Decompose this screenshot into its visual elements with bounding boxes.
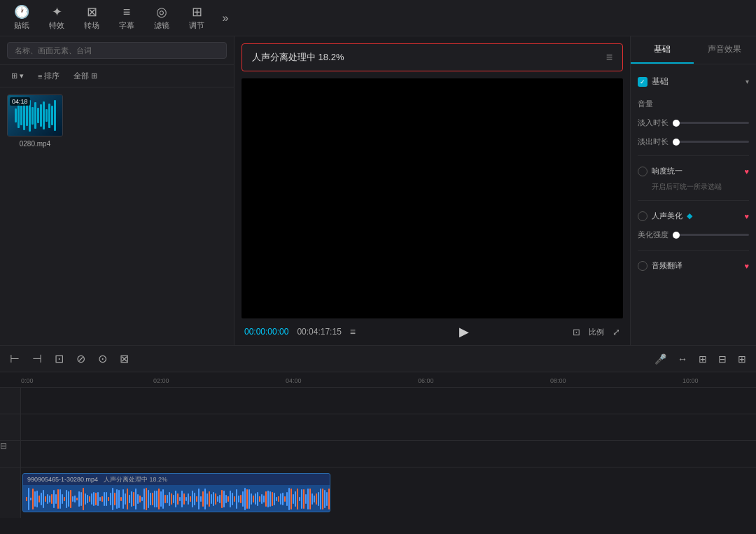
wave-bar xyxy=(158,489,160,509)
beauty-strength-slider[interactable] xyxy=(673,234,749,236)
wave-bar xyxy=(303,489,304,509)
search-input[interactable] xyxy=(7,42,227,59)
wave-bar xyxy=(108,497,109,501)
link-icon[interactable]: ↔ xyxy=(675,352,690,366)
wave-bar xyxy=(116,489,118,508)
subtitles-label: 字幕 xyxy=(119,20,134,31)
wave-bar xyxy=(316,493,317,505)
collapse-icon[interactable]: ⊟ xyxy=(0,441,7,451)
wave-bar xyxy=(26,105,28,126)
wave-bar xyxy=(200,496,202,503)
wave-bar xyxy=(230,491,231,507)
crop-tool[interactable]: ⊘ xyxy=(74,351,88,367)
wave-bar xyxy=(276,497,277,500)
audio-clip[interactable]: 990905465-1-30280.mp4 人声分离处理中 18.2% // G… xyxy=(22,473,330,512)
wave-bar xyxy=(68,491,69,507)
zoom-in-icon[interactable]: ⊞ xyxy=(696,352,710,366)
loudness-norm-desc: 开启后可统一所录选端 xyxy=(638,182,749,196)
wave-bar xyxy=(284,496,286,502)
wave-bar xyxy=(110,493,111,505)
wave-bar xyxy=(307,489,309,510)
wave-bar xyxy=(312,493,313,505)
effects-label: 特效 xyxy=(49,20,64,31)
cut-tool[interactable]: ⊣ xyxy=(29,351,45,367)
nav-more-button[interactable]: » xyxy=(216,8,235,28)
play-button[interactable]: ▶ xyxy=(459,324,469,339)
filter-all-button[interactable]: 全部 ⊞ xyxy=(69,69,102,83)
nav-item-filters[interactable]: ◎ 滤镜 xyxy=(146,3,178,34)
tab-sound-effects[interactable]: 声音效果 xyxy=(694,36,757,64)
tab-basic[interactable]: 基础 xyxy=(631,36,694,64)
fullscreen-icon[interactable]: ⤢ xyxy=(612,327,620,337)
voice-beautify-toggle[interactable] xyxy=(638,211,648,221)
loudness-norm-label: 响度统一 xyxy=(652,166,682,176)
fade-in-slider[interactable] xyxy=(673,122,749,124)
ruler-mark-0: 0:00 xyxy=(21,377,34,384)
sort-button[interactable]: ≡ 排序 xyxy=(34,69,64,83)
timeline-grid-button[interactable]: ≡ xyxy=(350,326,356,337)
wave-bar xyxy=(192,491,193,507)
adjust-label: 调节 xyxy=(189,20,204,31)
nav-item-subtitles[interactable]: ≡ 字幕 xyxy=(111,3,143,34)
wave-bar xyxy=(139,496,141,503)
volume-row: 音量 xyxy=(638,94,749,113)
wave-bar xyxy=(282,493,284,505)
split-tool[interactable]: ⊢ xyxy=(7,351,22,367)
wave-bar xyxy=(93,492,94,507)
capture-icon[interactable]: ⊡ xyxy=(573,327,580,337)
wave-bar xyxy=(129,495,130,503)
wave-bar xyxy=(211,494,212,505)
fade-in-thumb xyxy=(673,120,680,127)
section-divider xyxy=(638,155,749,156)
basic-check[interactable]: ✓ xyxy=(638,77,648,87)
main-body: ⊞ ▾ ≡ 排序 全部 ⊞ xyxy=(0,36,756,345)
fit-icon[interactable]: ⊞ xyxy=(735,352,749,366)
total-time: 00:04:17:15 xyxy=(297,327,341,337)
wave-bar xyxy=(54,100,56,131)
wave-bar xyxy=(299,497,300,501)
processing-menu-icon[interactable]: ≡ xyxy=(606,51,612,64)
grid-view-button[interactable]: ⊞ ▾ xyxy=(7,70,28,82)
processing-notification: 人声分离处理中 18.2% ≡ xyxy=(241,43,623,71)
loudness-norm-toggle[interactable] xyxy=(638,167,648,176)
wave-bar xyxy=(183,493,185,504)
nav-item-stickers[interactable]: 🕐 贴纸 xyxy=(6,3,38,34)
fade-out-slider[interactable] xyxy=(673,141,749,143)
wave-bar xyxy=(37,108,39,124)
wave-bar xyxy=(234,496,235,502)
sort-icon: ≡ xyxy=(38,72,42,80)
wave-bar xyxy=(78,491,80,507)
ratio-button[interactable]: 比例 xyxy=(589,327,604,337)
audio-track-header xyxy=(0,468,21,518)
wave-bar xyxy=(169,492,170,506)
wave-bar xyxy=(280,493,281,505)
wave-bar xyxy=(38,496,40,502)
wave-bar xyxy=(257,492,258,506)
zoom-out-icon[interactable]: ⊟ xyxy=(715,352,729,366)
wave-bar xyxy=(154,491,155,507)
video-player[interactable] xyxy=(241,78,623,318)
wave-bar xyxy=(293,494,294,504)
delete-tool[interactable]: ⊡ xyxy=(52,351,66,367)
subtitles-icon: ≡ xyxy=(123,6,131,18)
nav-item-effects[interactable]: ✦ 特效 xyxy=(41,3,73,34)
mic-icon[interactable]: 🎤 xyxy=(652,352,669,366)
wave-bar xyxy=(270,491,271,506)
media-item[interactable]: 04:18 0280.mp4 xyxy=(7,94,63,148)
wave-bar xyxy=(135,489,136,510)
freeze-tool[interactable]: ⊙ xyxy=(95,351,110,367)
wave-bar xyxy=(215,493,216,504)
wave-bar xyxy=(221,490,223,508)
edit-tool[interactable]: ⊠ xyxy=(117,351,132,367)
audio-track-content: 990905465-1-30280.mp4 人声分离处理中 18.2% // G… xyxy=(21,468,756,518)
audio-translation-toggle[interactable] xyxy=(638,261,648,271)
wave-bar xyxy=(274,493,275,505)
nav-item-adjust[interactable]: ⊞ 调节 xyxy=(181,3,213,34)
wave-bar xyxy=(328,489,330,510)
nav-item-transitions[interactable]: ⊠ 转场 xyxy=(76,3,108,34)
filters-icon: ◎ xyxy=(156,6,167,18)
transitions-icon: ⊠ xyxy=(87,6,97,18)
wave-bar xyxy=(64,497,65,501)
wave-bar xyxy=(236,489,237,509)
wave-bar xyxy=(46,109,48,122)
